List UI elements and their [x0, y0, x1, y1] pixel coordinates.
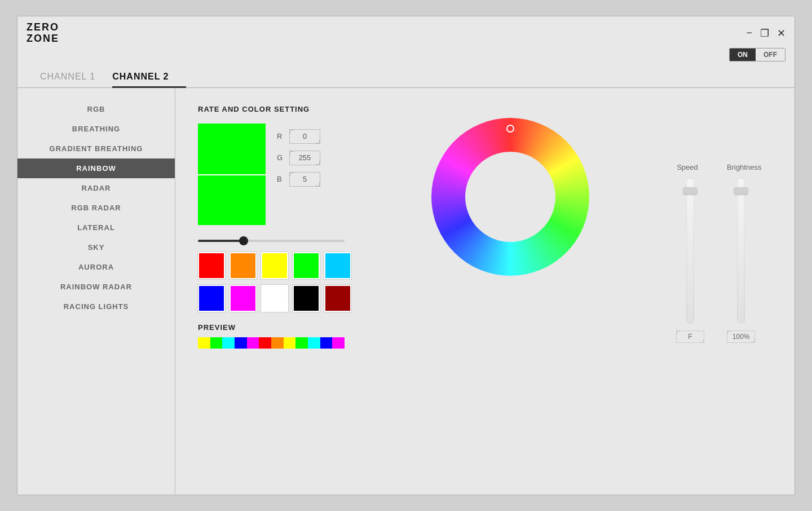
sidebar-item-rgb[interactable]: RGB	[17, 99, 175, 119]
color-presets	[198, 252, 367, 312]
right-panel: Speed Brightness F	[654, 124, 778, 354]
sidebar-item-rainbow-radar[interactable]: RAINBOW RADAR	[17, 277, 175, 297]
preset-cyan[interactable]	[324, 252, 351, 279]
swatch-color-bottom	[198, 174, 266, 225]
speed-slider-thumb[interactable]	[683, 187, 697, 194]
preview-bar	[198, 337, 345, 349]
sidebar-item-radar[interactable]: RADAR	[17, 178, 175, 198]
color-wheel-svg	[431, 118, 589, 276]
preview-section: PREVIEW	[198, 323, 367, 349]
tabs-row: CHANNEL 1 CHANNEL 2	[17, 66, 795, 88]
main-content: RGB BREATHING GRADIENT BREATHING RAINBOW…	[17, 88, 795, 495]
rate-slider[interactable]	[198, 240, 345, 242]
preset-white[interactable]	[261, 285, 288, 312]
toggle-off[interactable]: OFF	[756, 49, 785, 61]
preset-blue[interactable]	[198, 285, 225, 312]
b-label: B	[277, 175, 285, 183]
preset-yellow[interactable]	[261, 252, 288, 279]
sidebar-item-sky[interactable]: SKY	[17, 237, 175, 257]
speed-value[interactable]: F	[676, 331, 704, 343]
rgb-inputs: R 0 G 255 B 5	[277, 124, 320, 187]
color-wheel-container[interactable]	[367, 118, 654, 276]
rgb-r-row: R 0	[277, 129, 320, 144]
preview-title: PREVIEW	[198, 323, 367, 332]
sidebar-item-gradient-breathing[interactable]: GRADIENT BREATHING	[17, 139, 175, 158]
preset-magenta[interactable]	[230, 285, 257, 312]
rgb-b-row: B 5	[277, 172, 320, 187]
g-label: G	[277, 153, 285, 162]
presets-row-2	[198, 285, 367, 312]
sidebar: RGB BREATHING GRADIENT BREATHING RAINBOW…	[17, 88, 175, 495]
speed-slider-track[interactable]	[686, 177, 694, 324]
preset-green[interactable]	[293, 252, 320, 279]
app-logo: ZERO ZONE	[27, 22, 59, 45]
sliders-labels: Speed Brightness	[670, 163, 761, 171]
wheel-indicator[interactable]	[506, 125, 514, 133]
r-label: R	[277, 132, 285, 140]
preset-dark-red[interactable]	[324, 285, 351, 312]
title-bar: ZERO ZONE − ❐ ✕	[17, 16, 795, 48]
maximize-button[interactable]: ❐	[760, 27, 769, 39]
minimize-button[interactable]: −	[746, 27, 752, 39]
color-wheel[interactable]	[431, 118, 589, 276]
toggle-on[interactable]: ON	[730, 49, 756, 61]
preset-red[interactable]	[198, 252, 225, 279]
brightness-slider-wrap: 100%	[727, 177, 755, 343]
rgb-g-row: G 255	[277, 151, 320, 165]
sidebar-item-rainbow[interactable]: RAINBOW	[17, 158, 175, 178]
brightness-value[interactable]: 100%	[727, 331, 755, 343]
sliders-panel: Speed Brightness F	[665, 163, 766, 343]
main-window: ZERO ZONE − ❐ ✕ ON OFF CHANNEL 1 CHANNEL…	[17, 16, 795, 495]
section-title: RATE AND COLOR SETTING	[198, 105, 778, 113]
tab-channel1[interactable]: CHANNEL 1	[40, 66, 112, 87]
power-toggle[interactable]: ON OFF	[729, 48, 785, 61]
speed-label: Speed	[670, 163, 704, 171]
sidebar-item-rgb-radar[interactable]: RGB RADAR	[17, 198, 175, 218]
sliders-pair: F 100%	[676, 177, 755, 343]
b-input[interactable]: 5	[289, 172, 320, 187]
rate-slider-container	[198, 234, 345, 244]
sidebar-item-aurora[interactable]: AURORA	[17, 257, 175, 277]
g-input[interactable]: 255	[289, 151, 320, 165]
wheel-foreign	[431, 118, 589, 276]
swatch-color-top	[198, 124, 266, 174]
toggle-row: ON OFF	[17, 48, 795, 66]
color-swatch	[198, 124, 266, 225]
preset-orange[interactable]	[230, 252, 257, 279]
brightness-label: Brightness	[727, 163, 761, 171]
sidebar-item-breathing[interactable]: BREATHING	[17, 119, 175, 139]
brightness-slider-thumb[interactable]	[734, 187, 748, 194]
tab-channel2[interactable]: CHANNEL 2	[112, 66, 186, 87]
preset-black[interactable]	[293, 285, 320, 312]
content-area: RATE AND COLOR SETTING	[175, 88, 795, 495]
sidebar-item-lateral[interactable]: LATERAL	[17, 218, 175, 237]
presets-row-1	[198, 252, 367, 279]
window-controls: − ❐ ✕	[746, 27, 785, 39]
brightness-slider-track[interactable]	[737, 177, 745, 324]
speed-slider-wrap: F	[676, 177, 704, 343]
sidebar-item-racing-lights[interactable]: RACING LIGHTS	[17, 297, 175, 316]
close-button[interactable]: ✕	[777, 27, 785, 39]
r-input[interactable]: 0	[289, 129, 320, 144]
